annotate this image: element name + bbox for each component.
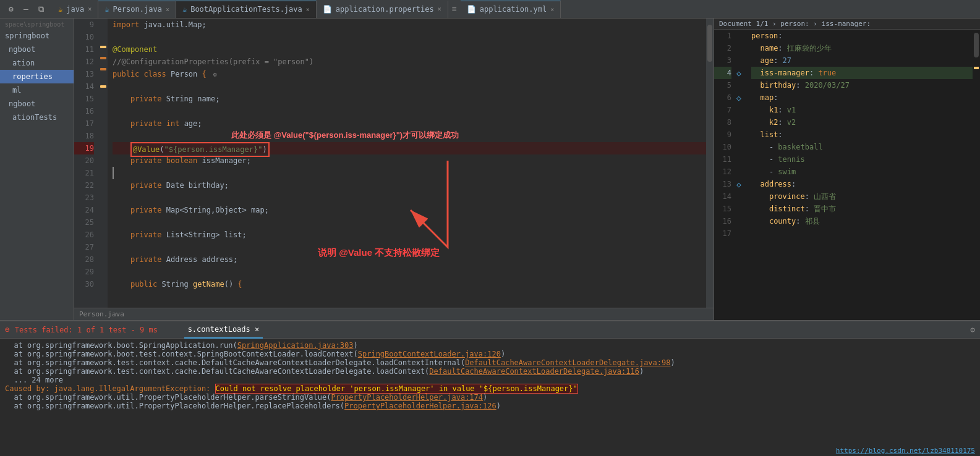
- code-line-19: @Value("${person.issManager}"): [113, 142, 706, 154]
- bottom-panel-gear-icon[interactable]: ⚙: [970, 325, 975, 334]
- test-status: Tests failed: 1 of 1 test - 9 ms: [15, 326, 158, 334]
- gutter-fold-4[interactable]: ◇: [736, 67, 746, 79]
- tab-yml-close[interactable]: ×: [550, 6, 554, 13]
- sidebar-item-ngboot[interactable]: ngboot: [0, 43, 74, 56]
- line-numbers-right: 123 4 5678 9101112 1314151617: [714, 30, 736, 320]
- sidebar-item-yml[interactable]: ml: [0, 83, 74, 97]
- link-dcald2[interactable]: DefaultCacheAwareContextLoaderDelegate.j…: [429, 367, 639, 376]
- stack-line-6: at org.springframework.util.PropertyPlac…: [5, 402, 975, 410]
- scrollbar-thumb[interactable]: [707, 25, 712, 62]
- yaml-line-7: k1: v1: [751, 104, 973, 116]
- code-line-21: [113, 167, 706, 179]
- code-line-10: [113, 31, 706, 43]
- code-line-15: private String name;: [113, 93, 706, 105]
- right-breadcrumb-text: Document 1/1 › person: › iss-manager:: [719, 20, 871, 28]
- yaml-line-16: county: 祁县: [751, 215, 973, 227]
- sidebar-item-ationtests[interactable]: ationTests: [0, 111, 74, 124]
- code-wrapper-right: 123 4 5678 9101112 1314151617 ◇ ◇: [714, 30, 980, 320]
- sidebar: space\springboot springboot ngboot ation…: [0, 19, 74, 320]
- bottom-panel-header: ⊖ Tests failed: 1 of 1 test - 9 ms s.con…: [0, 321, 980, 339]
- yaml-line-17: [751, 227, 973, 240]
- code-line-20: private boolean issManager;: [113, 154, 706, 167]
- tab-java-label: java: [66, 5, 84, 14]
- bottom-tab-contextloads[interactable]: s.contextLoads ×: [184, 321, 263, 339]
- code-content-left[interactable]: import java.util.Map; @Component //@Conf…: [108, 19, 706, 308]
- editors-area: 910111213 1415161718 19 2021222324 25262…: [74, 19, 980, 320]
- split-icon[interactable]: ⧉: [35, 3, 47, 15]
- tab-person-java[interactable]: ☕ Person.java ×: [98, 1, 176, 18]
- yaml-line-1: person:: [751, 30, 973, 42]
- tab-boot-close[interactable]: ×: [306, 6, 310, 13]
- code-line-23: [113, 192, 706, 204]
- test-failed-icon: ⊖: [5, 325, 10, 334]
- left-editor-bottom-bar: Person.java: [74, 308, 714, 320]
- tab-boot-icon: ☕: [182, 5, 187, 14]
- code-line-24: private Map<String,Object> map;: [113, 204, 706, 216]
- link-pph1[interactable]: PropertyPlaceholderHelper.java:174: [331, 393, 483, 402]
- code-line-26: private List<String> list;: [113, 229, 706, 241]
- yaml-line-8: k2: v2: [751, 116, 973, 129]
- tab-props-close[interactable]: ×: [438, 6, 441, 12]
- bottom-tab-label[interactable]: s.contextLoads ×: [184, 321, 263, 339]
- yaml-content[interactable]: person: name: 扛麻袋的少年 age: 27 iss-manager…: [746, 30, 973, 320]
- main-area: space\springboot springboot ngboot ation…: [0, 19, 980, 320]
- minimap-mark-1: [100, 46, 106, 48]
- tab-app-props[interactable]: 📄 application.properties ×: [317, 1, 448, 18]
- minimize-icon[interactable]: —: [20, 3, 32, 15]
- tab-boot-tests[interactable]: ☕ BootApplicationTests.java ×: [176, 1, 317, 18]
- scrollbar-left[interactable]: [706, 19, 714, 308]
- scrollbar-right-thumb[interactable]: [974, 33, 979, 57]
- sidebar-item-ngboot2[interactable]: ngboot: [0, 97, 74, 111]
- settings-icon[interactable]: ⚙: [5, 3, 17, 15]
- tab-person-close[interactable]: ×: [166, 6, 169, 13]
- stack-line-3: at org.springframework.test.context.cach…: [5, 367, 975, 376]
- sidebar-item-properties[interactable]: roperties: [0, 70, 74, 83]
- tab-props-icon: 📄: [323, 5, 332, 14]
- minimap-highlight: [974, 67, 979, 69]
- code-wrapper-left: 910111213 1415161718 19 2021222324 25262…: [74, 19, 714, 308]
- error-highlight: Could not resolve placeholder 'person.is…: [215, 384, 578, 394]
- link-sbcl[interactable]: SpringBootContextLoader.java:120: [358, 350, 501, 358]
- line-numbers-left: 910111213 1415161718 19 2021222324 25262…: [74, 19, 99, 308]
- left-editor-filename: Person.java: [79, 310, 124, 318]
- tab-person-icon: ☕: [104, 5, 109, 14]
- gutter-fold-13[interactable]: ◇: [736, 178, 746, 190]
- tab-app-yml[interactable]: 📄 application.yml ×: [461, 1, 561, 18]
- yaml-line-3: age: 27: [751, 54, 973, 67]
- editor-right: Document 1/1 › person: › iss-manager: 12…: [714, 19, 980, 320]
- gutter-icons: ◇ ◇ ◇: [736, 30, 746, 320]
- stack-line-2: at org.springframework.test.context.cach…: [5, 358, 975, 367]
- right-breadcrumb: Document 1/1 › person: › iss-manager:: [714, 19, 980, 30]
- tab-yml-label: application.yml: [480, 5, 547, 14]
- yaml-line-10: - basketball: [751, 141, 973, 153]
- sidebar-item-springboot[interactable]: springboot: [0, 29, 74, 43]
- code-line-30: public String getName() {: [113, 278, 706, 290]
- caused-by-line: Caused by: java.lang.IllegalArgumentExce…: [5, 384, 975, 393]
- tab-boot-label: BootApplicationTests.java: [190, 5, 302, 14]
- yaml-line-12: - swim: [751, 166, 973, 178]
- yaml-line-14: province: 山西省: [751, 190, 973, 203]
- code-line-17: private int age;: [113, 117, 706, 130]
- yaml-line-11: - tennis: [751, 153, 973, 166]
- minimap-mark-2: [100, 57, 106, 59]
- sidebar-breadcrumb: space\springboot: [0, 19, 74, 29]
- stack-line-5: at org.springframework.util.PropertyPlac…: [5, 393, 975, 402]
- tab-yml-icon: 📄: [467, 5, 476, 14]
- tab-java[interactable]: ☕ java ×: [52, 1, 98, 18]
- link-springapp[interactable]: SpringApplication.java:303: [237, 341, 354, 350]
- code-line-16: [113, 105, 706, 117]
- tab-props-label: application.properties: [336, 5, 434, 14]
- gear-icon-line13: ⚙: [213, 71, 217, 78]
- test-run-info: [168, 326, 172, 334]
- link-pph2[interactable]: PropertyPlaceholderHelper.java:126: [344, 402, 496, 410]
- code-line-9: import java.util.Map;: [113, 19, 706, 31]
- minimap-left: [99, 19, 108, 308]
- sidebar-item-ation[interactable]: ation: [0, 56, 74, 70]
- tab-java-close[interactable]: ×: [88, 6, 92, 12]
- link-dcald1[interactable]: DefaultCacheAwareContextLoaderDelegate.j…: [465, 358, 670, 367]
- gutter-fold-6[interactable]: ◇: [736, 91, 746, 104]
- url-bar[interactable]: https://blog.csdn.net/lzb348110175: [836, 447, 975, 455]
- tab-person-label: Person.java: [113, 5, 161, 14]
- scrollbar-right[interactable]: [973, 30, 980, 320]
- stack-line-1: at org.springframework.boot.test.context…: [5, 350, 975, 358]
